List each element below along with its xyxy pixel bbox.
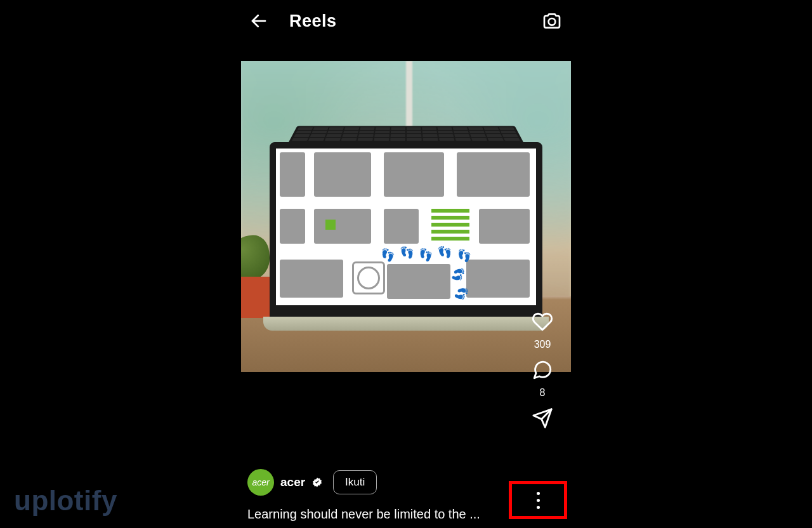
like-button[interactable] bbox=[532, 311, 553, 335]
page-title: Reels bbox=[289, 11, 337, 31]
comment-action: 8 bbox=[532, 359, 553, 399]
verified-badge-icon bbox=[311, 477, 323, 488]
plant-pot bbox=[241, 277, 273, 318]
top-bar: Reels bbox=[241, 0, 571, 42]
username[interactable]: acer bbox=[280, 475, 305, 489]
svg-point-1 bbox=[549, 18, 556, 25]
camera-icon bbox=[542, 11, 562, 31]
reel-media[interactable]: 👣 👣 👣 👣 👣 👣 👣 acer bbox=[241, 61, 571, 372]
follow-button[interactable]: Ikuti bbox=[333, 470, 377, 494]
share-action bbox=[532, 407, 553, 432]
like-count: 309 bbox=[534, 339, 551, 350]
comment-button[interactable] bbox=[532, 359, 553, 383]
comment-count: 8 bbox=[540, 387, 546, 399]
camera-button[interactable] bbox=[538, 7, 566, 35]
verified-badge bbox=[311, 477, 323, 488]
like-action: 309 bbox=[532, 311, 553, 350]
share-icon bbox=[532, 407, 553, 429]
reels-viewer: Reels bbox=[241, 0, 571, 528]
laptop-base bbox=[263, 317, 549, 331]
post-meta: acer acer Ikuti Learning should never be… bbox=[247, 469, 514, 522]
back-button[interactable] bbox=[246, 8, 272, 34]
laptop: 👣 👣 👣 👣 👣 👣 👣 acer bbox=[270, 142, 542, 331]
laptop-keyboard bbox=[289, 126, 523, 142]
more-options-button[interactable] bbox=[537, 492, 540, 509]
action-rail: 309 8 bbox=[527, 311, 558, 432]
map-graphic: 👣 👣 👣 👣 👣 👣 👣 bbox=[276, 148, 536, 305]
laptop-screen: 👣 👣 👣 👣 👣 👣 👣 acer bbox=[270, 142, 542, 317]
comment-icon bbox=[532, 359, 553, 381]
user-row: acer acer Ikuti bbox=[247, 469, 514, 496]
caption-text[interactable]: Learning should never be limited to the … bbox=[247, 507, 514, 522]
back-arrow-icon bbox=[249, 11, 268, 30]
more-options-area bbox=[509, 481, 567, 519]
share-button[interactable] bbox=[532, 407, 553, 432]
watermark: uplotify bbox=[14, 485, 117, 517]
avatar[interactable]: acer bbox=[247, 469, 274, 496]
heart-icon bbox=[532, 311, 553, 333]
laptop-brand-label: acer bbox=[276, 305, 536, 317]
